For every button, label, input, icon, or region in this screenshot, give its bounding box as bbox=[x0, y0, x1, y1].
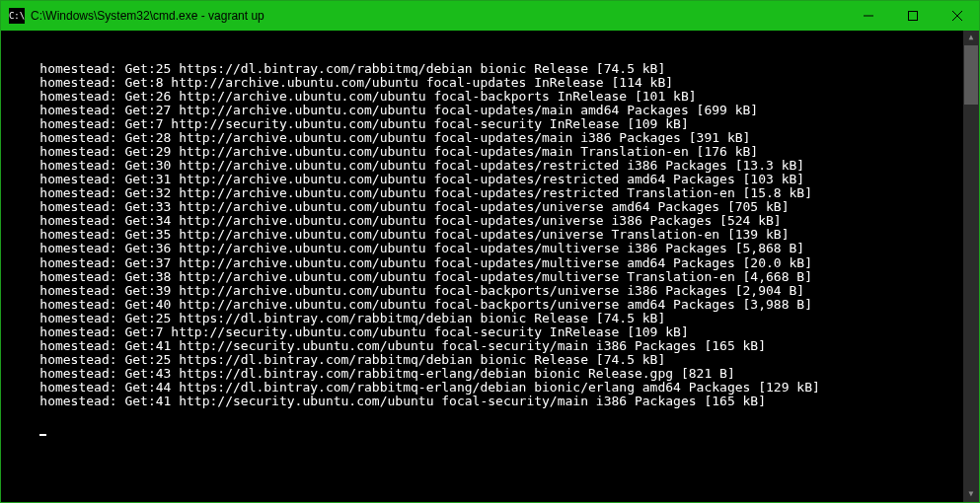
terminal-line: homestead: Get:30 http://archive.ubuntu.… bbox=[9, 159, 979, 173]
terminal-line: homestead: Get:43 https://dl.bintray.com… bbox=[9, 367, 979, 381]
svg-rect-1 bbox=[908, 12, 917, 21]
maximize-button[interactable] bbox=[890, 1, 935, 31]
cmd-window: C:\ C:\Windows\System32\cmd.exe - vagran… bbox=[0, 0, 980, 503]
minimize-button[interactable] bbox=[846, 1, 890, 31]
terminal-line: homestead: Get:26 http://archive.ubuntu.… bbox=[9, 90, 979, 104]
terminal-line: homestead: Get:33 http://archive.ubuntu.… bbox=[9, 200, 979, 214]
titlebar[interactable]: C:\ C:\Windows\System32\cmd.exe - vagran… bbox=[1, 1, 979, 31]
window-title: C:\Windows\System32\cmd.exe - vagrant up bbox=[31, 9, 846, 23]
terminal-line: homestead: Get:44 https://dl.bintray.com… bbox=[9, 381, 979, 395]
terminal-line: homestead: Get:28 http://archive.ubuntu.… bbox=[9, 131, 979, 145]
terminal-line: homestead: Get:8 http://archive.ubuntu.c… bbox=[9, 76, 979, 90]
terminal-line: homestead: Get:37 http://archive.ubuntu.… bbox=[9, 256, 979, 270]
terminal-lines: homestead: Get:25 https://dl.bintray.com… bbox=[9, 62, 979, 408]
terminal-line: homestead: Get:34 http://archive.ubuntu.… bbox=[9, 214, 979, 228]
scrollbar[interactable]: ▲ ▼ bbox=[963, 31, 979, 502]
terminal-line: homestead: Get:31 http://archive.ubuntu.… bbox=[9, 173, 979, 186]
scrollbar-thumb[interactable] bbox=[964, 45, 978, 105]
terminal-line: homestead: Get:32 http://archive.ubuntu.… bbox=[9, 186, 979, 200]
terminal-line: homestead: Get:7 http://security.ubuntu.… bbox=[9, 117, 979, 131]
terminal-line: homestead: Get:27 http://archive.ubuntu.… bbox=[9, 104, 979, 117]
terminal-line: homestead: Get:25 https://dl.bintray.com… bbox=[9, 353, 979, 367]
close-button[interactable] bbox=[935, 1, 979, 31]
terminal-line: homestead: Get:38 http://archive.ubuntu.… bbox=[9, 270, 979, 284]
scroll-up-icon[interactable]: ▲ bbox=[963, 31, 979, 45]
window-controls bbox=[846, 1, 979, 31]
terminal-line: homestead: Get:25 https://dl.bintray.com… bbox=[9, 312, 979, 325]
terminal-line: homestead: Get:29 http://archive.ubuntu.… bbox=[9, 145, 979, 159]
terminal-line: homestead: Get:41 http://security.ubuntu… bbox=[9, 339, 979, 353]
terminal-line: homestead: Get:25 https://dl.bintray.com… bbox=[9, 62, 979, 76]
terminal-line: homestead: Get:36 http://archive.ubuntu.… bbox=[9, 242, 979, 255]
terminal-line: homestead: Get:35 http://archive.ubuntu.… bbox=[9, 228, 979, 242]
terminal-line: homestead: Get:39 http://archive.ubuntu.… bbox=[9, 284, 979, 298]
terminal-line: homestead: Get:7 http://security.ubuntu.… bbox=[9, 325, 979, 339]
terminal-line: homestead: Get:41 http://security.ubuntu… bbox=[9, 395, 979, 408]
scroll-down-icon[interactable]: ▼ bbox=[963, 487, 979, 502]
terminal-output[interactable]: homestead: Get:25 https://dl.bintray.com… bbox=[1, 31, 979, 502]
cursor bbox=[39, 434, 46, 436]
terminal-line: homestead: Get:40 http://archive.ubuntu.… bbox=[9, 298, 979, 312]
cmd-icon: C:\ bbox=[9, 8, 25, 24]
